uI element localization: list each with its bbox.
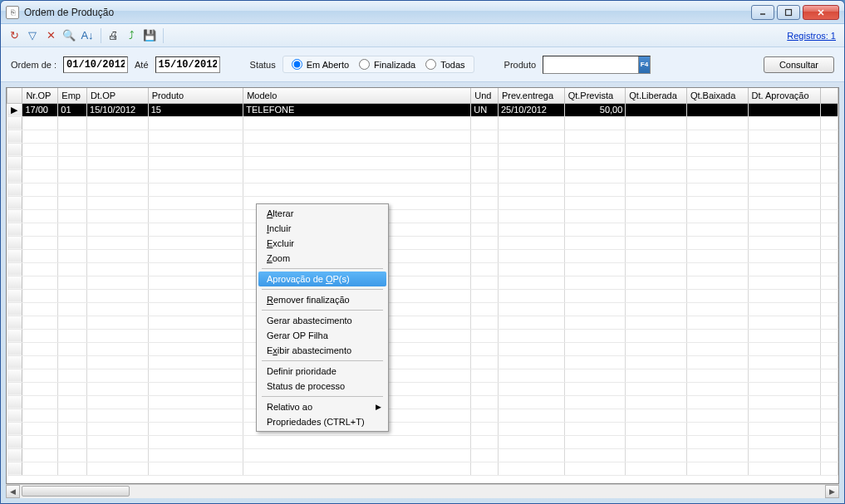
cell[interactable] <box>22 302 58 316</box>
ctx-status-processo[interactable]: Status de processo <box>258 379 386 394</box>
cell[interactable]: 15 <box>148 103 243 116</box>
cell[interactable] <box>821 409 838 422</box>
cell[interactable] <box>22 289 58 302</box>
cell[interactable] <box>471 395 499 409</box>
table-row[interactable] <box>7 329 838 342</box>
cell[interactable] <box>87 342 149 355</box>
ctx-definir-prioridade[interactable]: Definir prioridade <box>258 364 386 379</box>
table-row[interactable] <box>7 395 838 409</box>
cell[interactable] <box>87 183 149 196</box>
cell[interactable] <box>821 130 838 143</box>
cell[interactable] <box>626 156 687 169</box>
cell[interactable] <box>148 355 243 369</box>
cell[interactable] <box>471 342 499 355</box>
cell[interactable] <box>498 236 564 249</box>
cell[interactable] <box>87 302 149 316</box>
row-indicator[interactable] <box>7 183 22 196</box>
cell[interactable] <box>22 156 58 169</box>
cell[interactable] <box>626 262 687 276</box>
cell[interactable] <box>22 223 58 236</box>
radio-todas[interactable]: Todas <box>425 59 464 70</box>
cell[interactable] <box>821 448 838 462</box>
cell[interactable] <box>58 289 87 302</box>
row-indicator[interactable] <box>7 316 22 329</box>
col-und[interactable]: Und <box>471 88 499 103</box>
cell[interactable] <box>686 143 748 156</box>
cell[interactable] <box>22 382 58 395</box>
cell[interactable] <box>626 249 687 262</box>
cell[interactable] <box>686 342 748 355</box>
cell[interactable] <box>821 422 838 435</box>
table-row[interactable] <box>7 342 838 355</box>
cell[interactable] <box>58 169 87 183</box>
cell[interactable] <box>686 103 748 116</box>
table-row[interactable] <box>7 289 838 302</box>
cell[interactable]: 17/00 <box>22 103 58 116</box>
cell[interactable] <box>22 276 58 289</box>
cell[interactable] <box>626 209 687 223</box>
cell[interactable] <box>22 395 58 409</box>
table-row[interactable] <box>7 369 838 382</box>
cell[interactable] <box>564 342 626 355</box>
cell[interactable] <box>686 355 748 369</box>
cell[interactable] <box>821 382 838 395</box>
cell[interactable] <box>748 130 821 143</box>
cell[interactable] <box>686 302 748 316</box>
sort-icon[interactable]: A↓ <box>79 27 96 44</box>
row-indicator[interactable] <box>7 409 22 422</box>
cell[interactable] <box>148 448 243 462</box>
table-row[interactable] <box>7 316 838 329</box>
cell[interactable] <box>498 355 564 369</box>
cell[interactable] <box>821 169 838 183</box>
cell[interactable] <box>498 249 564 262</box>
cell[interactable] <box>626 196 687 209</box>
cell[interactable] <box>748 116 821 130</box>
cell[interactable] <box>686 249 748 262</box>
cell[interactable] <box>821 329 838 342</box>
cell[interactable] <box>498 329 564 342</box>
cell[interactable] <box>58 156 87 169</box>
cell[interactable] <box>626 462 687 475</box>
table-row[interactable] <box>7 462 838 475</box>
cell[interactable] <box>564 236 626 249</box>
cell[interactable] <box>626 329 687 342</box>
cell[interactable] <box>686 448 748 462</box>
cell[interactable] <box>564 462 626 475</box>
cell[interactable] <box>821 435 838 448</box>
cell[interactable] <box>498 448 564 462</box>
cell[interactable] <box>87 249 149 262</box>
col-produto[interactable]: Produto <box>148 88 243 103</box>
cell[interactable] <box>748 409 821 422</box>
cell[interactable] <box>821 223 838 236</box>
table-row[interactable] <box>7 156 838 169</box>
records-link[interactable]: Registros: 1 <box>787 31 836 41</box>
cell[interactable] <box>471 409 499 422</box>
cell[interactable] <box>87 382 149 395</box>
cell[interactable] <box>471 422 499 435</box>
cell[interactable] <box>821 369 838 382</box>
cell[interactable] <box>243 183 471 196</box>
cell[interactable] <box>58 448 87 462</box>
cell[interactable] <box>821 262 838 276</box>
ctx-exibir-abastecimento[interactable]: Exibir abastecimento <box>258 343 386 358</box>
cell[interactable] <box>686 462 748 475</box>
cell[interactable] <box>498 156 564 169</box>
row-indicator[interactable] <box>7 249 22 262</box>
ctx-relativo-ao[interactable]: Relativo ao▶ <box>258 399 386 414</box>
cell[interactable] <box>148 209 243 223</box>
row-indicator[interactable] <box>7 395 22 409</box>
grid-table[interactable]: Nr.OP Emp Dt.OP Produto Modelo Und Prev.… <box>7 88 838 476</box>
cell[interactable] <box>626 236 687 249</box>
cell[interactable] <box>748 276 821 289</box>
cell[interactable] <box>821 395 838 409</box>
cell[interactable] <box>686 183 748 196</box>
cell[interactable] <box>821 209 838 223</box>
cell[interactable] <box>58 276 87 289</box>
cell[interactable] <box>87 169 149 183</box>
row-indicator[interactable] <box>7 223 22 236</box>
cell[interactable] <box>564 130 626 143</box>
cell[interactable] <box>148 196 243 209</box>
table-row[interactable] <box>7 143 838 156</box>
refresh-icon[interactable]: ↻ <box>6 27 22 44</box>
cell[interactable]: TELEFONE <box>243 103 471 116</box>
